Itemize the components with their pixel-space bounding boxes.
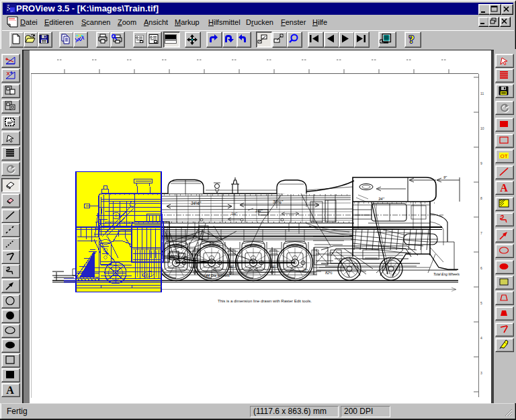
svg-text:44 Dia Wheels: 44 Dia Wheels — [206, 274, 230, 278]
svg-text:9: 9 — [480, 161, 482, 165]
svg-text:9": 9" — [443, 175, 447, 179]
svg-text:82½: 82½ — [325, 271, 333, 275]
svg-text:1¼": 1¼" — [231, 212, 237, 216]
svg-text:10: 10 — [480, 126, 484, 130]
svg-text:34": 34" — [378, 197, 385, 201]
svg-text:36": 36" — [228, 265, 234, 269]
svg-text:?: ? — [409, 34, 415, 45]
svg-text:This is a dimension line drawn: This is a dimension line drawn with Rast… — [218, 299, 312, 303]
svg-text:Total Eng Wheels: Total Eng Wheels — [433, 272, 460, 276]
svg-text:4: 4 — [480, 336, 482, 340]
svg-text:A: A — [6, 384, 14, 395]
svg-text:7: 7 — [480, 231, 482, 235]
svg-text:34⅛": 34⅛" — [191, 201, 202, 206]
svg-text:107: 107 — [143, 273, 150, 277]
svg-text:3: 3 — [480, 371, 482, 375]
svg-text:A: A — [500, 182, 508, 193]
svg-text:30¼": 30¼" — [273, 200, 284, 204]
svg-text:OT: OT — [500, 153, 507, 159]
svg-text:5: 5 — [480, 301, 482, 305]
svg-text:36": 36" — [270, 265, 276, 269]
svg-text:8: 8 — [480, 196, 482, 200]
svg-text:6: 6 — [480, 266, 482, 270]
svg-text:11: 11 — [480, 91, 484, 95]
